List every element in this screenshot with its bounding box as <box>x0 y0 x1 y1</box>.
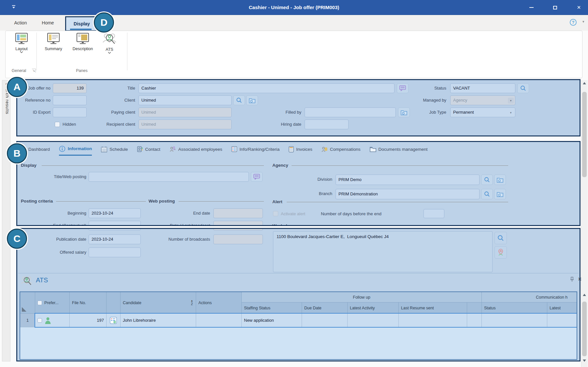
workplace-address-box[interactable]: 1100 Boulevard Jacques-Cartier E, Longue… <box>273 231 493 272</box>
tab-contact[interactable]: Contact <box>137 143 161 156</box>
publication-date-field[interactable]: 2023-10-24 <box>89 234 141 244</box>
title-comment-button[interactable] <box>397 83 409 93</box>
recipient-client-field[interactable]: Unimed <box>138 120 232 129</box>
activate-alert-checkbox[interactable] <box>273 211 278 216</box>
folder-icon <box>497 177 503 183</box>
scroll-down-icon[interactable] <box>583 360 586 362</box>
help-icon[interactable]: ? <box>570 19 577 26</box>
offered-salary-field[interactable] <box>89 247 141 257</box>
division-field[interactable]: PRIM Demo <box>336 175 480 185</box>
ats-grid: Prefer... File No. Candidate ▲ 2 Actions… <box>20 291 577 360</box>
row-file-no-cell[interactable]: 197 <box>70 314 107 327</box>
column-header-file-no[interactable]: File No. <box>70 292 107 314</box>
days-before-end-field[interactable] <box>423 209 444 218</box>
maximize-button[interactable] <box>548 0 563 15</box>
grid-scrollbar-thumb[interactable] <box>582 302 587 356</box>
filled-by-field[interactable] <box>305 107 396 117</box>
row-candidate-cell[interactable]: John Librehoraire <box>121 314 196 327</box>
close-button[interactable]: ✕ <box>571 0 586 15</box>
client-open-button[interactable] <box>246 95 258 105</box>
chevron-down-icon: ▾ <box>508 110 514 116</box>
summary-button[interactable]: Summary <box>40 33 67 65</box>
tab-info-ranking-criteria[interactable]: Info/Ranking/Criteria <box>231 143 280 156</box>
column-header-status[interactable]: Status <box>482 303 547 314</box>
column-header-actions[interactable]: Actions <box>196 292 242 314</box>
row-staffing-status-cell[interactable]: New application <box>242 314 302 327</box>
pin-panel-button[interactable] <box>569 276 575 284</box>
column-header-preferred[interactable]: Prefer... <box>35 292 70 314</box>
column-header-latest[interactable]: Latest <box>547 303 577 314</box>
tab-invoices[interactable]: Invoices <box>289 143 312 156</box>
managed-by-dropdown[interactable]: Agency▾ <box>450 95 515 105</box>
workplace-search-button[interactable] <box>495 232 507 244</box>
division-search-button[interactable] <box>481 175 493 185</box>
pin-icon <box>569 276 575 282</box>
row-latest-cell[interactable] <box>547 314 577 327</box>
row-due-date-cell[interactable] <box>302 314 348 327</box>
number-of-broadcasts-field[interactable] <box>213 234 263 244</box>
tab-compensations[interactable]: Compensations <box>322 143 361 156</box>
row-actions-icon-cell[interactable] <box>107 314 121 327</box>
grid-scroll-up-icon[interactable] <box>583 294 586 296</box>
workplace-map-button[interactable] <box>495 246 507 259</box>
grid-corner-cell[interactable] <box>20 292 35 314</box>
row-preferred-cell[interactable] <box>35 314 70 327</box>
row-status-cell[interactable] <box>482 314 547 327</box>
information-icon <box>59 146 65 152</box>
ats-button[interactable]: ATS <box>99 33 120 65</box>
hidden-checkbox[interactable] <box>55 122 60 127</box>
select-all-checkbox[interactable] <box>37 301 42 305</box>
group-label-panes: Panes <box>36 68 127 73</box>
filled-by-open-button[interactable] <box>398 107 410 117</box>
scrollbar-thumb[interactable] <box>582 92 587 177</box>
title-field[interactable]: Cashier <box>138 83 394 93</box>
column-header-staffing-status[interactable]: Staffing Status <box>242 303 302 314</box>
comment-icon <box>399 85 406 91</box>
tab-schedule[interactable]: Schedule <box>101 143 128 156</box>
web-posting-comment-button[interactable] <box>251 172 263 182</box>
tab-information[interactable]: Information <box>59 143 92 156</box>
column-header-icon[interactable] <box>107 292 121 314</box>
end-date-field[interactable] <box>213 208 263 218</box>
dialog-launcher-icon[interactable]: ↘ <box>32 69 36 73</box>
folder-icon <box>497 191 503 197</box>
paying-client-field[interactable]: Unimed <box>138 107 232 117</box>
job-type-dropdown[interactable]: Permanent▾ <box>450 107 515 117</box>
row-number-cell[interactable]: 1 <box>20 314 35 327</box>
column-header-last-resume-sent[interactable]: Last Resume sent <box>399 303 467 314</box>
client-search-button[interactable] <box>233 95 245 105</box>
id-export-field[interactable] <box>53 107 87 117</box>
client-field[interactable]: Unimed <box>138 95 232 105</box>
title-web-posting-field[interactable] <box>89 172 249 182</box>
division-open-button[interactable] <box>494 175 506 185</box>
ribbon-collapse-icon[interactable]: ▾ <box>582 20 584 24</box>
tab-action[interactable]: Action <box>10 16 31 30</box>
reference-no-field[interactable] <box>53 95 87 105</box>
minimize-button[interactable] <box>524 0 539 15</box>
column-header-candidate[interactable]: Candidate ▲ 2 <box>121 292 196 314</box>
row-latest-activity-cell[interactable] <box>348 314 399 327</box>
tab-home[interactable]: Home <box>38 16 58 30</box>
scroll-up-icon[interactable] <box>583 82 586 84</box>
layout-button[interactable]: Layout <box>9 33 34 65</box>
hiring-date-field[interactable] <box>305 120 349 129</box>
row-checkbox[interactable] <box>37 318 42 323</box>
status-field[interactable]: VACANT <box>450 83 515 93</box>
ats-button-label: ATS <box>106 47 113 52</box>
row-actions-cell[interactable] <box>196 314 242 327</box>
hiring-date-label: Hiring date <box>272 120 301 129</box>
job-offer-no-field[interactable]: 139 <box>53 83 87 93</box>
row-last-resume-cell[interactable] <box>399 314 467 327</box>
description-button[interactable]: Description <box>68 33 98 65</box>
branch-field[interactable]: PRIM Démonstration <box>336 189 480 199</box>
column-header-latest-activity[interactable]: Latest Activity <box>348 303 399 314</box>
beginning-field[interactable]: 2023-10-24 <box>89 208 141 218</box>
tab-display[interactable]: Display <box>65 16 98 31</box>
panel-splitter[interactable] <box>18 273 579 274</box>
branch-search-button[interactable] <box>481 189 493 199</box>
tab-documents-management[interactable]: Documents management <box>370 143 428 156</box>
branch-open-button[interactable] <box>494 189 506 199</box>
tab-associated-employees[interactable]: ? Associated employees <box>169 143 222 156</box>
column-header-due-date[interactable]: Due Date <box>302 303 348 314</box>
status-search-button[interactable] <box>517 83 529 93</box>
